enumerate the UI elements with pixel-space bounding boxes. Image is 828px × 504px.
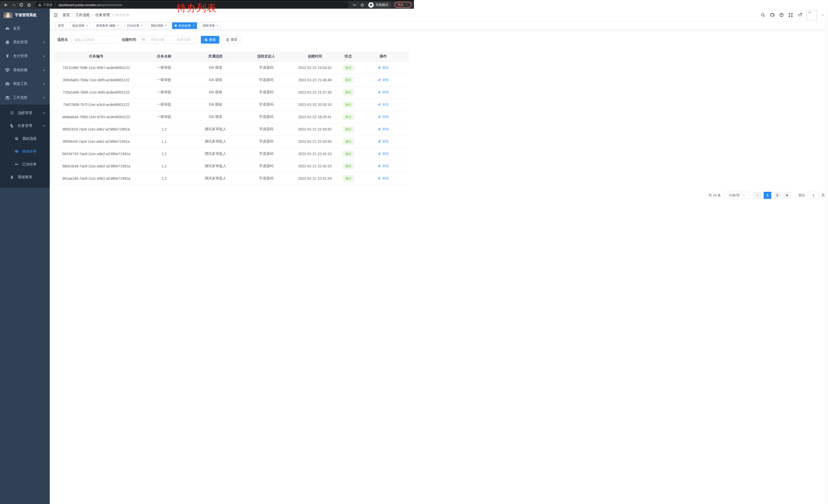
tab-close-icon[interactable]: × <box>86 24 88 27</box>
approve-link[interactable]: 审批 <box>378 78 389 82</box>
eye-open-icon <box>14 149 19 154</box>
tab-close-icon[interactable]: × <box>216 24 218 27</box>
list-tree-icon <box>10 111 14 116</box>
browser-menu-dots-icon[interactable] <box>406 3 409 6</box>
cell-task-name: 1.2 <box>138 148 190 160</box>
sidebar-item-my-process[interactable]: 我的流程 <box>0 132 50 145</box>
dashboard-icon <box>5 26 10 31</box>
sidebar-item-task-management[interactable]: 任务管理 <box>0 120 50 132</box>
cell-starter: 芋道源码 <box>241 111 291 123</box>
cell-starter: 芋道源码 <box>241 123 291 135</box>
browser-reload-button[interactable] <box>18 2 25 8</box>
sidebar-item-payment[interactable]: ¥ 支付管理 <box>0 49 50 63</box>
view-tab[interactable]: 流程表单-编辑 × <box>93 22 122 29</box>
approve-link[interactable]: 审批 <box>378 114 389 119</box>
refresh-small-icon <box>226 38 229 42</box>
breadcrumb-task-management[interactable]: 任务管理 <box>95 13 110 17</box>
cell-create-time: 2022-01-21 22:41:29 <box>291 172 339 185</box>
tab-close-icon[interactable]: × <box>141 24 143 27</box>
cell-status: 激活 <box>339 160 358 172</box>
pencil-icon <box>378 152 381 155</box>
sidebar-item-infrastructure[interactable]: 基础设施 <box>0 63 50 77</box>
todo-task-table: 任务编号 任务名称 所属流程 流程发起人 创建时间 状态 操作 73211d9d… <box>54 51 409 185</box>
sidebar-item-home[interactable]: 首页 <box>0 21 50 35</box>
cell-process: 测试多审批人 <box>190 172 241 185</box>
cell-create-time: 2022-01-22 18:25:41 <box>291 111 339 123</box>
address-bar[interactable]: 不安全 dashboard.yudao.iocoder.cn/bpm/task/… <box>35 2 349 8</box>
view-tab[interactable]: 待办任务 × <box>172 22 197 29</box>
view-tab[interactable]: 流程详情 × <box>200 22 221 29</box>
cell-process: OA 请假 <box>190 74 241 86</box>
view-tab[interactable]: 我的流程 × <box>148 22 169 29</box>
cell-process: OA 请假 <box>190 111 241 123</box>
approve-link[interactable]: 审批 <box>378 176 389 181</box>
pencil-icon <box>378 103 381 106</box>
approve-link[interactable]: 审批 <box>378 127 389 132</box>
org-tree-icon <box>10 124 14 128</box>
approve-link[interactable]: 审批 <box>378 65 389 70</box>
cell-task-id: 580e1b3d-7ac8-11ec-a9e2-a2380e71991a <box>54 160 138 172</box>
table-row: 73211d9d-7b9b-11ec-b5b7-acde48001122 一级审… <box>54 61 409 74</box>
sidebar-item-workflow[interactable]: 工作流程 <box>0 91 50 104</box>
view-tab[interactable]: 发起流程 × <box>70 22 90 29</box>
approve-link[interactable]: 审批 <box>378 151 389 156</box>
sidebar-collapse-icon[interactable] <box>53 12 58 18</box>
table-row: 8f0d1619-7ac8-11ec-a9e2-a2380e71991a 1.2… <box>54 123 409 135</box>
breadcrumb-workflow[interactable]: 工作流程 <box>75 13 90 17</box>
tab-close-icon[interactable]: × <box>193 24 195 27</box>
cell-task-id: 75d72608-7b7f-11ec-a3c8-acde48001122 <box>54 98 138 111</box>
sidebar-item-done-tasks[interactable]: 已办任务 <box>0 158 50 171</box>
cell-process: OA 请假 <box>190 86 241 98</box>
cell-task-id: 381aa1dd-7ac8-11ec-a9e2-a2380e71991a <box>54 172 138 185</box>
pencil-icon <box>378 127 381 131</box>
yen-icon: ¥ <box>5 54 10 58</box>
browser-forward-button[interactable] <box>10 2 17 8</box>
process-name-input[interactable] <box>71 36 118 44</box>
app-logo-row[interactable]: 芋道管理系统 <box>0 9 50 21</box>
col-status: 状态 <box>339 51 358 61</box>
approve-link[interactable]: 审批 <box>378 164 389 169</box>
pencil-icon <box>378 140 381 143</box>
breadcrumb-home[interactable]: 首页 <box>63 13 70 17</box>
table-row: 8f059c03-7ac8-11ec-a9e2-a2380e71991a 1.1… <box>54 135 409 148</box>
person-icon <box>10 175 14 179</box>
approve-link[interactable]: 审批 <box>378 90 389 95</box>
cell-task-id: 069c6a63-7b8a-11ec-8ef0-acde48001122 <box>54 74 138 86</box>
sidebar-item-todo-tasks[interactable]: 待办任务 <box>0 145 50 158</box>
bookmark-star-icon[interactable] <box>360 3 365 7</box>
view-tab[interactable]: 已办任务 × <box>124 22 146 29</box>
status-badge: 激活 <box>343 163 354 169</box>
tab-close-icon[interactable]: × <box>117 24 119 27</box>
search-button[interactable]: 搜索 <box>201 36 219 44</box>
browser-home-button[interactable] <box>26 2 32 8</box>
cell-process: OA 请假 <box>190 98 241 111</box>
cell-status: 激活 <box>339 98 358 111</box>
cell-create-time: 2022-01-22 21:37:30 <box>291 86 339 98</box>
pencil-icon <box>378 177 381 180</box>
cell-starter: 芋道源码 <box>241 86 291 98</box>
sidebar-item-system[interactable]: 系统管理 <box>0 35 50 49</box>
process-name-label: 流程名 <box>57 37 68 42</box>
approve-link[interactable]: 审批 <box>378 139 389 144</box>
pencil-icon <box>378 78 381 82</box>
password-key-icon[interactable] <box>353 3 357 7</box>
breadcrumb-current: 待办任务 <box>115 13 130 17</box>
pencil-icon <box>378 91 381 94</box>
status-badge: 激活 <box>343 114 354 120</box>
date-range-picker[interactable]: 开始日期 - 结束日期 <box>139 36 198 44</box>
sidebar-item-leave-query[interactable]: 请假查询 <box>0 171 50 184</box>
reset-button[interactable]: 重置 <box>222 36 241 44</box>
approve-link[interactable]: 审批 <box>378 102 389 107</box>
browser-update-button[interactable]: 更新 <box>395 2 411 8</box>
sidebar-item-devtools[interactable]: 研发工具 <box>0 77 50 91</box>
sidebar-item-process-management[interactable]: 流程管理 <box>0 107 50 120</box>
cell-actions: 审批 <box>358 98 409 111</box>
tab-close-icon[interactable]: × <box>165 24 167 27</box>
view-tab[interactable]: 首页 <box>55 22 67 29</box>
cell-task-name: 1.2 <box>138 172 190 185</box>
browser-back-button[interactable] <box>3 2 9 8</box>
cell-process: 测试多审批人 <box>190 123 241 135</box>
col-create-time: 创建时间 <box>291 51 339 61</box>
table-header-row: 任务编号 任务名称 所属流程 流程发起人 创建时间 状态 操作 <box>54 51 409 61</box>
chevron-down-icon <box>43 68 46 72</box>
